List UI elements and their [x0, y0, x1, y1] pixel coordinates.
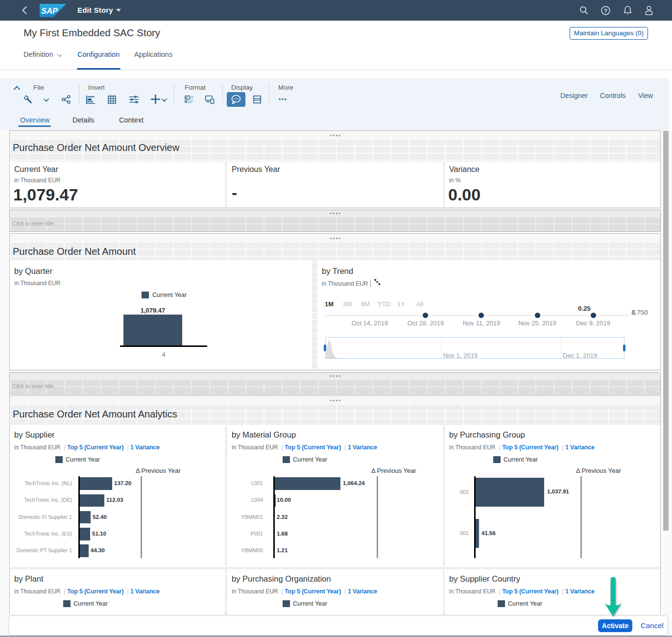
- svg-text:?: ?: [604, 8, 607, 14]
- svg-text:SAP: SAP: [41, 6, 58, 15]
